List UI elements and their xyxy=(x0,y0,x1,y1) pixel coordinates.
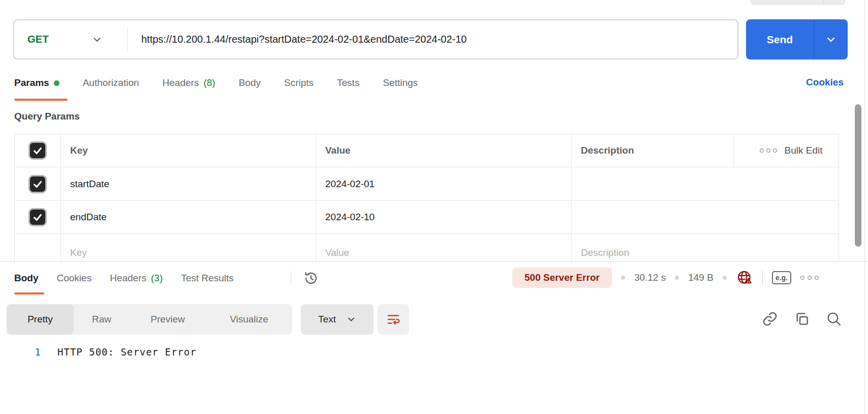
response-pane-divider[interactable] xyxy=(0,261,868,262)
response-more-options-button[interactable] xyxy=(800,276,819,280)
request-scrollbar-thumb[interactable] xyxy=(855,104,861,247)
column-header-description: Description xyxy=(572,134,734,167)
response-tab-body[interactable]: Body xyxy=(14,273,39,284)
tab-authorization[interactable]: Authorization xyxy=(83,77,139,88)
status-badge[interactable]: 500 Server Error xyxy=(512,268,612,288)
tab-settings-label: Settings xyxy=(383,77,418,88)
row-checkbox-cell xyxy=(15,167,61,200)
response-tab-cookies-label: Cookies xyxy=(57,273,92,284)
chevron-down-icon xyxy=(346,314,356,324)
response-tab-cookies[interactable]: Cookies xyxy=(57,273,92,284)
line-number: 1 xyxy=(0,345,41,359)
more-options-icon xyxy=(760,149,777,153)
send-button[interactable]: Send xyxy=(746,19,814,60)
param-value-field[interactable]: Value xyxy=(316,234,572,261)
url-input[interactable]: https://10.200.1.44/restapi?startDate=20… xyxy=(141,34,467,45)
panel-right-border xyxy=(864,0,865,414)
request-tabs: Params Authorization Headers (8) Body Sc… xyxy=(14,71,418,95)
response-history-button[interactable] xyxy=(303,270,319,286)
active-response-tab-underline xyxy=(14,292,44,294)
view-tab-raw[interactable]: Raw xyxy=(74,304,130,335)
cookies-link[interactable]: Cookies xyxy=(806,77,844,88)
network-warning-icon[interactable] xyxy=(736,269,753,286)
wrap-text-button[interactable] xyxy=(378,304,409,335)
meta-separator xyxy=(762,271,763,285)
param-description-field[interactable] xyxy=(572,167,734,200)
tab-body-label: Body xyxy=(239,77,261,88)
param-description-field[interactable]: Description xyxy=(572,234,734,261)
param-value-field[interactable]: 2024-02-01 xyxy=(316,167,572,200)
row-checkbox[interactable] xyxy=(28,208,47,226)
method-dropdown[interactable]: GET xyxy=(14,20,127,58)
query-params-title: Query Params xyxy=(14,111,80,122)
table-header-row: Key Value Description Bulk Edit xyxy=(15,134,839,167)
chevron-down-icon xyxy=(91,34,103,45)
view-tab-preview[interactable]: Preview xyxy=(130,304,206,335)
url-bar: GET https://10.200.1.44/restapi?startDat… xyxy=(13,19,738,60)
top-cropped-control[interactable] xyxy=(751,0,845,5)
view-tab-visualize[interactable]: Visualize xyxy=(206,304,292,335)
copy-icon xyxy=(794,311,810,327)
response-tabs-separator xyxy=(291,271,291,285)
tab-body[interactable]: Body xyxy=(239,77,261,88)
search-icon xyxy=(826,311,842,327)
response-tabs: Body Cookies Headers (3) Test Results xyxy=(14,269,234,288)
view-tab-pretty[interactable]: Pretty xyxy=(7,304,74,335)
tab-headers-label: Headers xyxy=(163,77,199,88)
query-params-table: Key Value Description Bulk Edit startDat… xyxy=(14,134,839,261)
response-view-switcher: Pretty Raw Preview Visualize xyxy=(7,304,292,335)
send-split-button: Send xyxy=(746,19,848,60)
wrap-text-icon xyxy=(386,312,401,327)
rest-client-window: GET https://10.200.1.44/restapi?startDat… xyxy=(0,0,868,414)
tab-params[interactable]: Params xyxy=(14,77,59,88)
active-tab-underline xyxy=(14,99,68,101)
chevron-down-icon xyxy=(825,34,837,46)
header-checkbox-cell xyxy=(15,134,61,167)
share-link-button[interactable] xyxy=(762,311,778,327)
tab-params-label: Params xyxy=(14,77,49,88)
tab-headers[interactable]: Headers (8) xyxy=(163,77,215,88)
search-response-button[interactable] xyxy=(826,311,842,327)
response-tab-headers-label: Headers xyxy=(110,273,146,284)
format-dropdown-label: Text xyxy=(318,314,336,325)
response-meta: 500 Server Error 30.12 s 149 B e.g. xyxy=(512,266,819,289)
column-header-key: Key xyxy=(61,134,316,167)
response-body-text[interactable]: HTTP 500: Server Error xyxy=(57,345,197,359)
history-clock-icon xyxy=(303,270,319,286)
tab-settings[interactable]: Settings xyxy=(383,77,418,88)
tab-tests[interactable]: Tests xyxy=(337,77,359,88)
meta-dot-separator xyxy=(723,276,727,280)
select-all-checkbox[interactable] xyxy=(28,141,47,160)
format-dropdown[interactable]: Text xyxy=(301,304,374,335)
response-size[interactable]: 149 B xyxy=(688,272,714,283)
tab-tests-label: Tests xyxy=(337,77,359,88)
response-headers-count: (3) xyxy=(151,273,163,284)
param-key-field[interactable]: startDate xyxy=(61,167,316,200)
param-value-field[interactable]: 2024-02-10 xyxy=(316,201,572,233)
link-icon xyxy=(762,311,778,327)
tab-scripts[interactable]: Scripts xyxy=(284,77,314,88)
headers-count: (8) xyxy=(203,77,215,88)
method-url-divider xyxy=(127,27,128,52)
table-row: startDate 2024-02-01 xyxy=(15,167,839,201)
row-checkbox[interactable] xyxy=(28,175,47,193)
example-button[interactable]: e.g. xyxy=(772,271,791,284)
row-checkbox-cell xyxy=(15,201,61,233)
response-tab-test-results-label: Test Results xyxy=(181,273,233,284)
params-modified-dot xyxy=(54,80,59,86)
column-header-value: Value xyxy=(316,134,572,167)
param-key-field[interactable]: Key xyxy=(61,234,316,261)
row-checkbox-cell xyxy=(15,234,61,261)
response-tab-test-results[interactable]: Test Results xyxy=(181,273,233,284)
copy-button[interactable] xyxy=(794,311,810,327)
response-time[interactable]: 30.12 s xyxy=(634,272,666,283)
top-cropped-control-divider xyxy=(823,0,824,4)
send-options-button[interactable] xyxy=(814,19,848,60)
tab-authorization-label: Authorization xyxy=(83,77,139,88)
response-tab-headers[interactable]: Headers (3) xyxy=(110,273,163,284)
row-actions-cell xyxy=(734,167,839,200)
table-row: endDate 2024-02-10 xyxy=(15,201,839,234)
bulk-edit-button[interactable]: Bulk Edit xyxy=(734,134,839,167)
param-key-field[interactable]: endDate xyxy=(61,201,316,233)
param-description-field[interactable] xyxy=(572,201,734,233)
